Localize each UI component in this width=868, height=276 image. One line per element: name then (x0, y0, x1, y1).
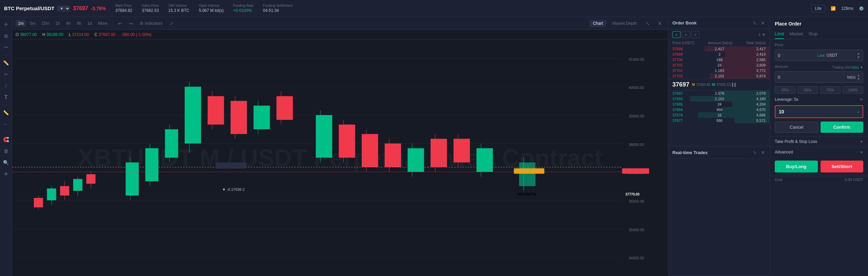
tab-limit[interactable]: Limit (775, 29, 784, 39)
pct-25-btn[interactable]: 25% (775, 86, 795, 94)
tf-8h[interactable]: 8h (74, 20, 83, 27)
undo-btn[interactable]: ↩ (115, 19, 125, 28)
confirm-btn[interactable]: Confirm (821, 122, 864, 133)
expand-chart-btn[interactable]: ⤡ (643, 19, 652, 28)
last-price-btn[interactable]: Last (817, 53, 825, 57)
stat-funding-rate: Funding Rate +0.0100% (233, 4, 254, 13)
lite-button[interactable]: Lite (811, 5, 825, 12)
svg-text:XBTUSDTM: XBTUSDTM (517, 192, 536, 196)
svg-rect-32 (231, 101, 247, 134)
bid-row[interactable]: 37685 24 4,204 (668, 102, 770, 107)
pencil-tool[interactable]: ✏️ (1, 58, 11, 68)
bid-row[interactable]: 37677 886 5,572 (668, 118, 770, 123)
bid-row[interactable]: 37684 466 4,670 (668, 107, 770, 112)
leverage-label: Leverage: 5x (775, 97, 798, 102)
pct-50-btn[interactable]: 50% (797, 86, 818, 94)
crosshair-tool[interactable]: ✛ (1, 20, 11, 29)
symbol-name: BTC Perpetual/USDT (4, 5, 54, 11)
tf-1h[interactable]: 1h (53, 20, 62, 27)
ask-row[interactable]: 37700 166 2,585 (668, 57, 770, 62)
expand-btn[interactable]: ⤢ (167, 19, 176, 28)
tp-sl-chevron-icon: ▼ (860, 140, 863, 144)
buy-long-btn[interactable]: Buy/Long (775, 161, 818, 172)
expand-ob-btn[interactable]: ⤡ (752, 20, 757, 26)
magnet-tool[interactable]: 🧲 (1, 135, 11, 144)
trading-unit-label: Trading Unit lot(s) ▼ (832, 66, 863, 69)
cost-row: Cost 0.00 USDT (770, 176, 868, 183)
scissors-tool[interactable]: ✂ (1, 70, 11, 79)
line-tool[interactable]: / (1, 81, 11, 91)
redo-btn[interactable]: ↪ (126, 19, 136, 28)
price-up-btn[interactable]: ▲ (857, 52, 860, 55)
take-profit-stop-loss-section[interactable]: Take Profit & Stop Loss ▼ (770, 136, 868, 147)
tf-5m[interactable]: 5m (27, 20, 38, 27)
tf-more[interactable]: More (96, 20, 110, 27)
svg-rect-40 (339, 125, 355, 158)
tab-stop[interactable]: Stop (808, 29, 817, 39)
candle-type-tool[interactable]: ⊞ (1, 31, 11, 41)
arrow-left-tool[interactable]: ← (1, 119, 11, 129)
eye-tool[interactable]: 👁 (1, 169, 11, 179)
ask-row[interactable]: 37701 24 2,609 (668, 62, 770, 68)
ruler-tool[interactable]: 📏 (1, 108, 11, 117)
svg-rect-36 (276, 96, 293, 120)
market-depth-btn[interactable]: Market Depth (609, 20, 640, 27)
price-input[interactable] (778, 53, 798, 58)
close-chart-btn[interactable]: ✕ (655, 19, 665, 28)
bid-row[interactable]: 37693 2,102 4,180 (668, 96, 770, 102)
bid-row[interactable]: 37697 2,078 2,078 (668, 91, 770, 96)
svg-text:34000.00: 34000.00 (629, 256, 644, 260)
leverage-edit-btn[interactable]: ✏ (860, 97, 863, 102)
svg-text:35000.00: 35000.00 (629, 228, 644, 232)
price-down-btn[interactable]: ▼ (857, 56, 860, 59)
ob-both-btn[interactable]: ≡ (672, 31, 680, 38)
text-tool[interactable]: T (1, 93, 11, 102)
close-trades-btn[interactable]: ✕ (760, 149, 766, 156)
amount-down-btn[interactable]: ▼ (857, 77, 860, 81)
sell-short-btn[interactable]: Sell/Short (821, 161, 864, 172)
precision-down-icon[interactable]: ▼ (762, 33, 766, 37)
tab-market[interactable]: Market (789, 29, 803, 39)
toolbar-divider-2 (2, 105, 10, 105)
pct-75-btn[interactable]: 75% (820, 86, 841, 94)
ob-toolbar: ≡ ≡ ≡ 1 ▼ (668, 29, 770, 40)
ask-row[interactable]: 37702 1,163 3,772 (668, 68, 770, 73)
tf-15m[interactable]: 15m (39, 20, 52, 27)
ask-row[interactable]: 37699 2 2,419 (668, 52, 770, 57)
amount-input[interactable] (778, 75, 798, 80)
order-book-panel: Order Book ⤡ ✕ ≡ ≡ ≡ 1 ▼ Price (USDT) (668, 17, 770, 147)
chart-view-btn[interactable]: Chart (590, 20, 606, 27)
advanced-section[interactable]: Advanced ▼ (770, 147, 868, 157)
ask-row[interactable]: 37698 2,417 2,417 (668, 46, 770, 52)
zoom-tool[interactable]: 🔍 (1, 158, 11, 167)
expand-trades-btn[interactable]: ⤡ (752, 149, 757, 156)
settings-icon[interactable]: ⚙️ (859, 6, 864, 11)
wave-tool[interactable]: 〜 (1, 43, 11, 52)
svg-text:36000.00: 36000.00 (629, 199, 644, 203)
leverage-input[interactable] (779, 109, 806, 114)
tf-1m[interactable]: 1m (16, 20, 26, 27)
candlestick-chart[interactable]: ▼ -0.17036 2 (12, 39, 668, 276)
bid-row[interactable]: 37678 16 4,686 (668, 112, 770, 118)
chart-canvas[interactable]: XBTUSDT M / USDT Perpetual Swap Contract… (12, 39, 668, 276)
tf-4h[interactable]: 4h (64, 20, 73, 27)
trash-tool[interactable]: 🗑 (1, 146, 11, 156)
cancel-confirm-row: → Cancel Confirm (775, 122, 863, 133)
amount-up-btn[interactable]: ▲ (857, 74, 860, 77)
pct-100-btn[interactable]: 100% (843, 86, 863, 94)
close-ob-btn[interactable]: ✕ (760, 20, 766, 26)
ohlc-bar: O 38077.00 H 38188.00 L 37214.00 C 37697… (12, 30, 668, 39)
svg-rect-64 (514, 168, 545, 174)
stat-mark-price: Mark Price 37684.82 (115, 4, 132, 13)
symbol-dropdown[interactable]: ▼ (57, 5, 70, 12)
main-layout: ✛ ⊞ 〜 ✏️ ✂ / T 📏 ← 🧲 🗑 🔍 👁 1m 5m 15m 1h … (0, 17, 868, 276)
ob-bids-btn[interactable]: ≡ (691, 31, 699, 38)
order-tabs: Limit Market Stop (770, 29, 868, 39)
ask-row[interactable]: 37703 2,102 5,874 (668, 73, 770, 79)
tf-1d[interactable]: 1d (85, 20, 94, 27)
leverage-arrow-right: → (866, 108, 868, 116)
svg-rect-20 (86, 174, 96, 184)
indicators-btn[interactable]: ⚙ Indicators (137, 20, 165, 27)
cancel-btn[interactable]: Cancel (775, 122, 818, 133)
ob-asks-btn[interactable]: ≡ (682, 31, 690, 38)
